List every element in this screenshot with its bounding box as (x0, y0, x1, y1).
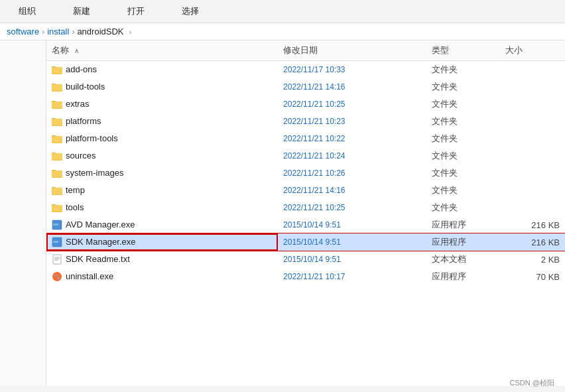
breadcrumb-chevron-icon: › (129, 28, 132, 36)
breadcrumb-item-androidSDK[interactable]: androidSDK (77, 27, 123, 36)
col-header-type[interactable]: 类型 (426, 40, 501, 61)
file-name-text: build-tools (66, 82, 105, 92)
file-type-cell: 文件夹 (426, 113, 501, 130)
file-type-cell: 文本文档 (426, 251, 501, 268)
file-size-cell (500, 199, 565, 216)
file-name-cell: SDK SDK Manager.exe (46, 233, 278, 251)
file-size-cell (500, 61, 565, 79)
svg-rect-5 (52, 84, 62, 91)
breadcrumb: software › install › androidSDK › (0, 23, 565, 40)
table-row[interactable]: extras2022/11/21 10:25文件夹 (46, 96, 565, 113)
file-name-text: add-ons (66, 64, 97, 74)
toolbar: 组织 新建 打开 选择 (0, 0, 565, 23)
table-row[interactable]: tools2022/11/21 10:25文件夹 (46, 199, 565, 216)
table-row[interactable]: sources2022/11/21 10:24文件夹 (46, 147, 565, 164)
file-type-cell: 应用程序 (426, 233, 501, 251)
file-size-cell (500, 182, 565, 199)
breadcrumb-item-install[interactable]: install (47, 27, 69, 36)
file-date-cell: 2022/11/21 10:23 (278, 113, 426, 130)
toolbar-btn-select[interactable]: 选择 (163, 3, 218, 20)
file-name-cell: 🔧 uninstall.exe (46, 268, 278, 285)
file-name-cell: add-ons (46, 61, 278, 79)
svg-text:SDK: SDK (53, 223, 59, 226)
file-date-cell: 2015/10/14 9:51 (278, 216, 426, 233)
file-type-cell: 文件夹 (426, 78, 501, 96)
file-type-cell: 文件夹 (426, 147, 501, 164)
folder-icon (52, 185, 66, 195)
svg-text:SDK: SDK (53, 240, 59, 243)
file-size-cell: 216 KB (500, 216, 565, 233)
breadcrumb-sep-2: › (72, 27, 74, 36)
file-name-cell: sources (46, 147, 278, 164)
table-row[interactable]: SDK SDK Manager.exe2015/10/14 9:51应用程序21… (46, 233, 565, 251)
file-name-cell: tools (46, 199, 278, 216)
table-row[interactable]: system-images2022/11/21 10:26文件夹 (46, 164, 565, 182)
svg-rect-14 (52, 136, 62, 143)
folder-icon (52, 64, 66, 74)
toolbar-btn-new[interactable]: 新建 (54, 3, 109, 20)
table-row[interactable]: build-tools2022/11/21 14:16文件夹 (46, 78, 565, 96)
file-name-cell: platforms (46, 113, 278, 130)
table-row[interactable]: platform-tools2022/11/21 10:22文件夹 (46, 130, 565, 147)
file-date-cell: 2022/11/21 10:25 (278, 199, 426, 216)
folder-icon (52, 168, 66, 178)
sidebar (0, 40, 46, 386)
file-name-cell: temp (46, 182, 278, 199)
file-name-cell: build-tools (46, 78, 278, 96)
file-size-cell (500, 113, 565, 130)
toolbar-btn-open[interactable]: 打开 (109, 3, 163, 20)
file-date-cell: 2015/10/14 9:51 (278, 251, 426, 268)
file-size-cell: 2 KB (500, 251, 565, 268)
file-name-cell: system-images (46, 164, 278, 182)
folder-icon (52, 116, 66, 126)
file-date-cell: 2022/11/21 10:25 (278, 96, 426, 113)
table-row[interactable]: temp2022/11/21 14:16文件夹 (46, 182, 565, 199)
file-type-cell: 文件夹 (426, 164, 501, 182)
file-date-cell: 2022/11/21 14:16 (278, 182, 426, 199)
svg-rect-11 (52, 119, 62, 125)
file-name-text: system-images (66, 168, 123, 178)
svg-rect-17 (52, 153, 62, 160)
table-row[interactable]: add-ons2022/11/17 10:33文件夹 (46, 61, 565, 79)
file-name-text: platforms (66, 116, 101, 126)
file-date-cell: 2015/10/14 9:51 (278, 233, 426, 251)
file-size-cell: 70 KB (500, 268, 565, 285)
file-date-cell: 2022/11/21 10:24 (278, 147, 426, 164)
file-size-cell (500, 130, 565, 147)
file-size-cell (500, 96, 565, 113)
svg-rect-33 (53, 255, 61, 264)
svg-rect-23 (52, 188, 62, 194)
file-name-cell: SDK AVD Manager.exe (46, 216, 278, 233)
folder-icon (52, 151, 66, 161)
file-area: 名称 ∧ 修改日期 类型 大小 add- (46, 40, 565, 386)
file-type-cell: 文件夹 (426, 182, 501, 199)
uninstall-icon: 🔧 (52, 271, 66, 281)
file-size-cell (500, 164, 565, 182)
toolbar-btn-organize[interactable]: 组织 (0, 3, 54, 20)
file-date-cell: 2022/11/21 10:22 (278, 130, 426, 147)
file-name-text: SDK Readme.txt (66, 254, 130, 264)
breadcrumb-sep-1: › (42, 27, 44, 36)
table-row[interactable]: SDK AVD Manager.exe2015/10/14 9:51应用程序21… (46, 216, 565, 233)
col-header-size[interactable]: 大小 (500, 40, 565, 61)
col-header-name[interactable]: 名称 ∧ (46, 40, 278, 61)
file-type-cell: 文件夹 (426, 96, 501, 113)
file-date-cell: 2022/11/21 10:26 (278, 164, 426, 182)
svg-rect-20 (52, 170, 62, 177)
table-row[interactable]: 🔧 uninstall.exe2022/11/21 10:17应用程序70 KB (46, 268, 565, 285)
file-name-cell: extras (46, 96, 278, 113)
file-name-text: extras (66, 99, 89, 109)
svg-rect-8 (52, 101, 62, 108)
exe-icon: SDK (52, 220, 66, 229)
col-header-date[interactable]: 修改日期 (278, 40, 426, 61)
file-size-cell (500, 147, 565, 164)
folder-icon (52, 82, 66, 92)
svg-rect-26 (52, 205, 62, 212)
file-name-cell: platform-tools (46, 130, 278, 147)
file-size-cell (500, 78, 565, 96)
file-date-cell: 2022/11/21 14:16 (278, 78, 426, 96)
table-row[interactable]: platforms2022/11/21 10:23文件夹 (46, 113, 565, 130)
file-name-text: uninstall.exe (66, 271, 113, 281)
breadcrumb-item-software[interactable]: software (7, 27, 39, 36)
table-row[interactable]: SDK Readme.txt2015/10/14 9:51文本文档2 KB (46, 251, 565, 268)
